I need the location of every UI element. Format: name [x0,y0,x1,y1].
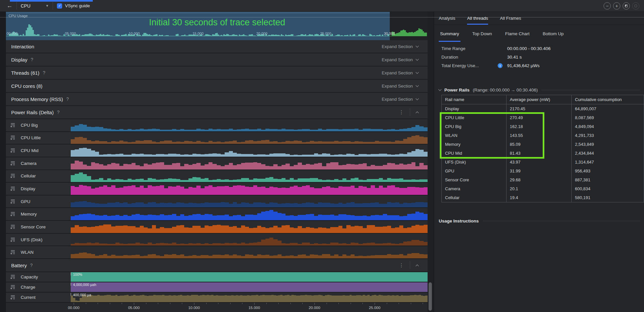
battery-section-header[interactable]: Battery ? ⋮ [0,259,428,272]
track-label[interactable]: Cellular [0,170,71,182]
track-chart[interactable] [71,183,428,195]
table-row[interactable]: CPU Big162.184,849,094 [442,122,644,131]
collapse-section-icon[interactable] [416,111,419,115]
track-handle-icon[interactable] [10,148,15,153]
track-label[interactable]: Charge [0,282,71,292]
track-label[interactable]: WLAN [0,246,71,258]
table-row[interactable]: Memory85.092,543,849 [442,140,644,149]
help-icon[interactable]: ? [57,110,60,115]
expand-section-button[interactable]: Expand Section [382,97,418,102]
table-row[interactable]: CPU Mid81.432,434,844 [442,149,644,158]
track-handle-icon[interactable] [10,224,15,229]
track-handle-icon[interactable] [10,295,15,300]
usage-instructions-header[interactable]: Usage Instructions [439,219,640,223]
track-handle-icon[interactable] [10,123,15,128]
track-handle-icon[interactable] [10,237,15,242]
table-row[interactable]: GPU31.99956,493 [442,167,644,175]
section-row-cpu-cores-8-[interactable]: CPU cores (8)Expand Section [0,80,428,93]
track-chart[interactable]: 4,000,000 µah [71,282,428,292]
track-label[interactable]: CPU Big [0,119,71,131]
track-handle-icon[interactable] [10,274,15,279]
track-label[interactable]: UFS (Disk) [0,234,71,246]
section-row-display[interactable]: Display?Expand Section [0,53,428,66]
table-row[interactable]: Camera20.1600,834 [442,184,644,193]
track-chart[interactable] [71,132,428,144]
track-label[interactable]: Memory [0,208,71,220]
back-button[interactable]: ← [7,2,12,9]
chart-bar [212,203,216,208]
track-handle-icon[interactable] [10,161,15,166]
track-chart[interactable]: 400,000 µa [71,293,428,302]
track-label[interactable]: Current [0,293,71,302]
table-row[interactable]: Display2170.4564,890,007 [442,104,644,113]
table-row[interactable]: UFS (Disk)43.971,314,647 [442,158,644,167]
track-handle-icon[interactable] [10,135,15,140]
zoom-out-icon[interactable]: − [604,2,611,10]
info-icon[interactable]: i [498,63,503,68]
track-handle-icon[interactable] [10,199,15,204]
power-rails-collapsible-header[interactable]: Power Rails (Range: 00:00.000 → 00:30.40… [439,88,640,92]
expand-section-button[interactable]: Expand Section [382,44,418,49]
power-rails-section-header[interactable]: Power Rails (Delta) ? ⋮ [0,106,428,119]
tab-bottom-up[interactable]: Bottom Up [541,27,565,42]
table-row[interactable]: Sensor Core29.68887,381 [442,175,644,184]
reset-zoom-icon[interactable] [623,2,630,10]
collapse-section-icon[interactable] [416,264,419,268]
section-row-interaction[interactable]: InteractionExpand Section [0,40,428,53]
track-handle-icon[interactable] [10,212,15,217]
tab-all-threads[interactable]: All threads [467,16,488,25]
track-chart[interactable] [71,157,428,169]
track-handle-icon[interactable] [10,173,15,178]
process-dropdown[interactable]: CPU ▼ [21,3,49,9]
expand-section-button[interactable]: Expand Section [382,84,418,89]
track-label[interactable]: GPU [0,195,71,208]
track-chart[interactable] [71,170,428,182]
kebab-menu-icon[interactable]: ⋮ [399,262,404,268]
help-icon[interactable]: ? [43,70,45,75]
table-row[interactable]: WLAN143.554,291,733 [442,131,644,140]
cpu-usage-timeline[interactable]: CPU Usage Initial 30 seconds of trace se… [0,12,428,40]
track-label[interactable]: Display [0,183,71,195]
track-chart[interactable] [71,246,428,258]
help-icon[interactable]: ? [31,57,33,62]
help-icon[interactable]: ? [30,263,33,268]
column-header[interactable]: Cumulative consumption [571,95,644,104]
section-row-process-memory-rss-[interactable]: Process Memory (RSS)?Expand Section [0,93,428,106]
track-label[interactable]: CPU Little [0,132,71,144]
track-chart[interactable] [71,144,428,157]
track-chart[interactable] [71,195,428,208]
track-chart[interactable] [71,234,428,246]
vertical-scrollbar[interactable] [428,12,433,312]
tab-analysis[interactable]: Analysis [439,16,455,25]
tab-flame-chart[interactable]: Flame Chart [504,27,531,42]
track-handle-icon[interactable] [10,285,15,290]
tab-all-frames[interactable]: All Frames [500,16,521,25]
expand-section-button[interactable]: Expand Section [382,57,418,62]
expand-section-button[interactable]: Expand Section [382,70,418,75]
track-chart[interactable] [71,208,428,220]
track-chart[interactable] [71,119,428,131]
tab-summary[interactable]: Summary [439,27,460,42]
track-label[interactable]: Capacity [0,272,71,282]
column-header[interactable]: Rail name [442,95,506,104]
track-label[interactable]: Camera [0,157,71,169]
track-label[interactable]: Sensor Core [0,221,71,233]
track-handle-icon[interactable] [10,250,15,255]
tab-top-down[interactable]: Top Down [471,27,493,42]
table-row[interactable]: CPU Little270.498,087,569 [442,113,644,122]
help-icon[interactable]: ? [66,96,69,102]
track-chart[interactable]: 100% [71,272,428,282]
checkbox-checked-icon[interactable]: ✓ [57,3,62,9]
vsync-checkbox-group[interactable]: ✓ VSync guide [57,3,90,9]
track-label[interactable]: CPU Mid [0,144,71,157]
column-header[interactable]: Average power (mW) [506,95,571,104]
kebab-menu-icon[interactable]: ⋮ [399,109,404,115]
zoom-to-selection-icon[interactable] [632,2,639,10]
section-row-threads-61-[interactable]: Threads (61)?Expand Section [0,66,428,80]
track-chart[interactable] [71,221,428,233]
table-row[interactable]: Cellular19.4580,191 [442,193,644,202]
zoom-in-icon[interactable]: + [613,2,620,10]
chart-bar [123,244,127,246]
scrollbar-thumb[interactable] [429,282,432,311]
track-handle-icon[interactable] [10,186,15,191]
